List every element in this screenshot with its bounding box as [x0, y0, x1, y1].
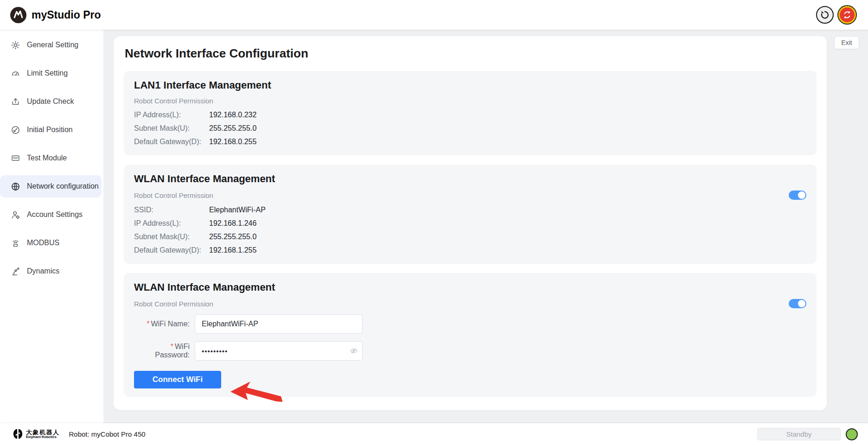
sidebar-item-label: MODBUS	[27, 239, 59, 247]
info-row: Default Gateway(D): 192.168.0.255	[134, 138, 806, 146]
sidebar-item-modbus[interactable]: MODBUS	[0, 232, 102, 254]
mystudio-logo-icon	[10, 7, 26, 23]
row-value: 192.168.0.232	[209, 111, 256, 119]
row-value: 192.168.1.255	[209, 246, 256, 254]
sidebar-item-update-check[interactable]: Update Check	[0, 90, 102, 113]
sidebar-item-label: Test Module	[27, 154, 67, 162]
status-bar: 大象机器人 Elephant Robotics Robot: myCobot P…	[0, 423, 868, 445]
wlan-status-card: WLAN Interface Management Robot Control …	[124, 165, 817, 264]
upload-icon	[10, 96, 20, 107]
elephant-robotics-brand: 大象机器人 Elephant Robotics	[13, 428, 60, 440]
row-label: Default Gateway(D):	[134, 138, 209, 146]
antenna-icon	[10, 238, 20, 248]
info-row: Default Gateway(D): 192.168.1.255	[134, 246, 806, 254]
info-row: IP Address(L): 192.168.1.246	[134, 219, 806, 228]
permission-label: Robot Control Permission	[134, 300, 213, 308]
wlan-setup-card: WLAN Interface Management Robot Control …	[124, 273, 817, 397]
row-label: Subnet Mask(U):	[134, 124, 209, 133]
lan1-card: LAN1 Interface Management Robot Control …	[124, 71, 817, 155]
sidebar-item-network-configuration[interactable]: Network configuration	[0, 175, 102, 197]
brand-name-en: Elephant Robotics	[26, 435, 60, 439]
info-row: IP Address(L): 192.168.0.232	[134, 111, 806, 119]
connect-wifi-button[interactable]: Connect WiFi	[134, 371, 221, 388]
brand-name-cn: 大象机器人	[26, 429, 60, 436]
row-label: IP Address(L):	[134, 219, 209, 228]
row-value: 192.168.1.246	[209, 219, 256, 228]
globe-icon	[10, 181, 20, 191]
required-marker: *	[171, 343, 173, 350]
info-row: Subnet Mask(U): 255.255.255.0	[134, 233, 806, 241]
status-indicator-green	[846, 428, 858, 440]
main-area: Exit Network Interface Configuration LAN…	[103, 30, 868, 423]
row-label: Default Gateway(D):	[134, 246, 209, 254]
undo-icon	[820, 10, 830, 20]
gear-icon	[10, 40, 20, 50]
wifi-password-input[interactable]	[195, 341, 363, 361]
eye-off-icon[interactable]	[350, 347, 358, 355]
red-annotation-arrow	[230, 379, 284, 406]
sidebar-item-general-setting[interactable]: General Setting	[0, 34, 102, 56]
permission-label: Robot Control Permission	[134, 97, 213, 105]
row-value: ElephantWiFi-AP	[209, 206, 266, 214]
required-marker: *	[147, 320, 149, 328]
network-configuration-panel: Network Interface Configuration LAN1 Int…	[114, 36, 827, 410]
app-title: myStudio Pro	[32, 9, 101, 21]
gauge-icon	[10, 68, 20, 78]
info-row: SSID: ElephantWiFi-AP	[134, 206, 806, 214]
sidebar-item-dynamics[interactable]: Dynamics	[0, 260, 102, 282]
position-icon	[10, 125, 20, 135]
wifi-name-input[interactable]	[195, 314, 363, 334]
page-title: Network Interface Configuration	[125, 46, 817, 61]
info-row: Subnet Mask(U): 255.255.255.0	[134, 124, 806, 133]
sidebar-item-label: Network configuration	[27, 182, 99, 191]
test-box-icon: TEST	[10, 153, 20, 163]
sidebar-item-test-module[interactable]: TEST Test Module	[0, 147, 102, 169]
sidebar-item-label: Initial Position	[27, 126, 73, 134]
toggle-knob	[798, 300, 805, 307]
wifi-name-row: *WiFi Name:	[134, 314, 806, 334]
elephant-robotics-logo-icon	[13, 428, 23, 440]
undo-button[interactable]	[816, 6, 834, 24]
row-value: 192.168.0.255	[209, 138, 256, 146]
robot-control-toggle[interactable]	[789, 299, 806, 308]
sidebar-item-label: Account Settings	[27, 210, 83, 219]
sidebar-item-account-settings[interactable]: Account Settings	[0, 203, 102, 226]
row-label: IP Address(L):	[134, 111, 209, 119]
wifi-password-label: *WiFi Password:	[134, 343, 195, 359]
wifi-password-row: *WiFi Password:	[134, 341, 806, 361]
row-label: Subnet Mask(U):	[134, 233, 209, 241]
user-gear-icon	[10, 210, 20, 220]
sidebar-item-initial-position[interactable]: Initial Position	[0, 119, 102, 141]
svg-text:TEST: TEST	[13, 157, 18, 159]
card-title: WLAN Interface Management	[134, 281, 806, 293]
sidebar-item-label: Update Check	[27, 97, 74, 106]
row-value: 255.255.255.0	[209, 124, 256, 133]
card-title: WLAN Interface Management	[134, 173, 806, 185]
wifi-name-label: *WiFi Name:	[134, 320, 195, 328]
card-title: LAN1 Interface Management	[134, 79, 806, 91]
rotate-arrows-icon	[842, 10, 852, 20]
robot-arm-icon	[10, 266, 20, 276]
permission-label: Robot Control Permission	[134, 191, 213, 199]
robot-control-toggle[interactable]	[789, 191, 806, 200]
standby-button[interactable]: Standby	[757, 428, 841, 440]
sidebar-item-label: General Setting	[27, 41, 78, 49]
sidebar-item-label: Dynamics	[27, 267, 59, 275]
top-bar: myStudio Pro	[0, 0, 868, 30]
robot-model-label: Robot: myCobot Pro 450	[69, 430, 146, 438]
toggle-knob	[798, 191, 805, 199]
row-label: SSID:	[134, 206, 209, 214]
exit-button[interactable]: Exit	[834, 36, 859, 49]
sidebar: General Setting Limit Setting Update Che…	[0, 30, 103, 423]
sidebar-item-label: Limit Setting	[27, 69, 68, 77]
row-value: 255.255.255.0	[209, 233, 256, 241]
sidebar-item-limit-setting[interactable]: Limit Setting	[0, 62, 102, 84]
emergency-stop-button[interactable]	[838, 6, 856, 24]
